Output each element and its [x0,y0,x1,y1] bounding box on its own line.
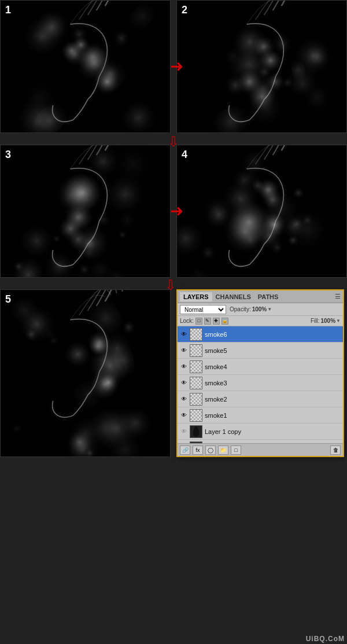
lock-fill-row: Lock: □ ✎ ✚ 🔒 Fill: 100% ▼ [178,316,343,326]
layer-item-smoke1[interactable]: 👁 smoke1 [178,407,343,424]
layers-tabs: LAYERS CHANNELS PATHS ☰ [178,290,343,303]
layer-name-smoke2: smoke2 [205,396,227,403]
svg-point-1 [194,426,198,432]
panel-number-4: 4 [182,149,187,161]
bottom-row: 5 LAYERS CHANNELS PATHS ☰ Normal Opacity… [0,289,347,457]
smoke-canvas-4 [177,145,346,277]
eye-icon-smoke3[interactable]: 👁 [180,379,188,387]
tab-layers[interactable]: LAYERS [180,292,212,301]
smoke-bg-3 [1,145,170,277]
eye-icon-layer1copy[interactable]: 👁 [180,428,188,436]
arrow-down-1: ⇩ [159,134,188,149]
layer-item-smoke3[interactable]: 👁 smoke3 [178,375,343,391]
smoke-bg-4 [177,145,346,277]
layers-list: 👁 smoke6 👁 smoke5 👁 smoke4 [178,326,343,443]
arrow-icon-down-1: ⇩ [168,135,179,149]
layer-thumb-layer1copy [190,425,202,438]
layer-name-smoke4: smoke4 [205,363,227,370]
tab-channels[interactable]: CHANNELS [212,292,254,301]
panel-menu-button[interactable]: ☰ [335,293,341,300]
blend-mode-select[interactable]: Normal [180,305,226,314]
smoke-bg-5 [1,290,170,457]
lock-transparent-icon[interactable]: □ [195,318,202,325]
layer-thumb-smoke5 [190,344,202,357]
blend-opacity-row: Normal Opacity: 100% ▼ [178,303,343,316]
main-container: 1 2 ➜ ⇩ 3 4 [0,0,347,644]
layer-item-smoke2[interactable]: 👁 smoke2 [178,391,343,407]
opacity-value: 100% [252,306,267,312]
layer-name-smoke5: smoke5 [205,347,227,354]
fill-value: 100% [321,318,336,324]
layer-thumb-smoke6 [190,328,202,341]
arrow-icon-2: ➜ [170,203,183,219]
new-group-button[interactable]: 📁 [218,446,228,455]
panel-4: 4 [176,145,347,278]
layer-name-layer1copy: Layer 1 copy [205,428,241,435]
layer-mask-button[interactable]: ◯ [205,446,216,455]
smoke-canvas-1 [1,1,170,133]
arrow-icon-1: ➜ [170,58,183,75]
lock-label: Lock: [180,318,194,324]
fill-arrow[interactable]: ▼ [336,318,341,323]
arrow-down-2: ⇩ [156,278,185,292]
layer-thumb-smoke2 [190,393,202,406]
opacity-label: Opacity: [230,306,251,312]
svg-point-3 [194,443,198,443]
lock-move-icon[interactable]: ✚ [213,318,220,325]
lock-draw-icon[interactable]: ✎ [204,318,211,325]
panel-number-3: 3 [5,149,11,161]
layers-toolbar: 🔗 fx ◯ 📁 □ 🗑 [178,443,343,456]
tab-paths[interactable]: PATHS [254,292,282,301]
layer-name-smoke6: smoke6 [205,331,227,338]
arrow-right-2: ➜ [171,200,182,223]
layer-item-smoke5[interactable]: 👁 smoke5 [178,343,343,359]
panel-2: 2 [176,0,347,133]
panel-number-5: 5 [5,293,11,306]
layer-name-smoke1: smoke1 [205,412,227,419]
smoke-canvas-3 [1,145,170,277]
new-layer-button[interactable]: □ [231,446,241,455]
layer-item-smoke4[interactable]: 👁 smoke4 [178,359,343,375]
smoke-bg-2 [177,1,346,133]
panel-5: 5 [0,289,171,457]
arrow-right-1: ➜ [171,55,182,78]
link-layers-button[interactable]: 🔗 [180,446,190,455]
panel-1: 1 [0,0,171,133]
smoke-bg-1 [1,1,170,133]
eye-icon-smoke5[interactable]: 👁 [180,347,188,355]
eye-icon-smoke1[interactable]: 👁 [180,411,188,419]
arrow-icon-down-2: ⇩ [165,278,176,292]
watermark: UiBQ.CoM [306,635,345,643]
layers-panel: LAYERS CHANNELS PATHS ☰ Normal Opacity: … [176,289,344,457]
layer-thumb-smoke3 [190,377,202,389]
lock-all-icon[interactable]: 🔒 [222,318,228,325]
layer-fx-button[interactable]: fx [193,446,203,455]
fill-label: Fill: [311,318,320,324]
smoke-canvas-2 [177,1,346,133]
opacity-arrow[interactable]: ▼ [267,307,272,312]
layer-item-smoke6[interactable]: 👁 smoke6 [178,326,343,343]
layer-thumb-smoke1 [190,409,202,422]
delete-layer-button[interactable]: 🗑 [330,446,341,455]
lock-icons-group: □ ✎ ✚ 🔒 [195,318,228,325]
eye-icon-smoke6[interactable]: 👁 [180,330,188,338]
layer-item-layer1copy[interactable]: 👁 Layer 1 copy [178,424,343,440]
panel-number-2: 2 [182,4,187,16]
smoke-canvas-5 [1,290,170,457]
panel-3: 3 [0,145,171,278]
eye-icon-smoke2[interactable]: 👁 [180,395,188,403]
panel-number-1: 1 [5,4,11,16]
layer-thumb-layer1 [190,441,202,444]
layer-thumb-smoke4 [190,360,202,373]
layer-name-smoke3: smoke3 [205,380,227,387]
eye-icon-smoke4[interactable]: 👁 [180,363,188,371]
